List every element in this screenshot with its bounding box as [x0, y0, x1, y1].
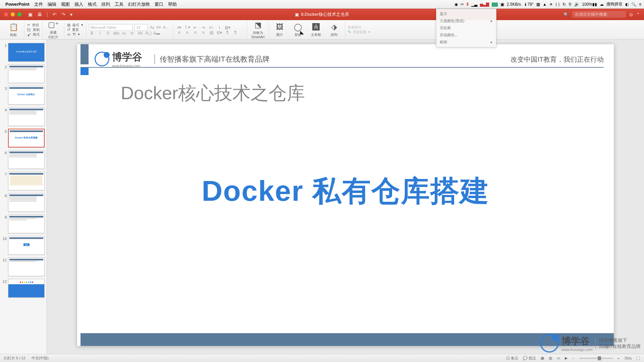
notes-button[interactable]: ▤ 备注: [506, 356, 518, 361]
font-combo[interactable]: Microsoft YaHei: [89, 24, 132, 31]
fp-weight[interactable]: 粗细▸: [436, 39, 496, 46]
maximize-button[interactable]: [17, 12, 21, 16]
menu-format[interactable]: 格式: [88, 1, 97, 7]
box-icon[interactable]: ▣: [500, 2, 504, 7]
format-painter-icon[interactable]: 🖌: [27, 33, 31, 37]
menu-help[interactable]: 帮助: [168, 1, 177, 7]
menu-tools[interactable]: 工具: [115, 1, 123, 7]
thumb-2[interactable]: [8, 64, 45, 83]
thumb-5[interactable]: Docker 私有仓库搭建: [8, 129, 45, 147]
align-justify-icon[interactable]: ≡: [200, 30, 206, 35]
indent-inc-icon[interactable]: ⇥: [200, 25, 206, 30]
redo-icon[interactable]: ↷: [61, 12, 65, 17]
undo-icon[interactable]: ↶: [53, 12, 57, 17]
obs-icon[interactable]: ◉: [454, 2, 458, 7]
shrink-font-icon[interactable]: A▾: [156, 25, 161, 29]
chart-icon[interactable]: ▁▃: [471, 2, 477, 7]
align-vert-icon[interactable]: ⊟▾: [216, 30, 222, 35]
slide-title[interactable]: Docker核心技术之仓库: [121, 81, 305, 106]
convert-smartart-button[interactable]: ⬔ 转换为 SmartArt: [250, 20, 266, 40]
minimize-button[interactable]: [11, 12, 15, 16]
layout-label[interactable]: 版式: [72, 23, 79, 27]
thumb-8[interactable]: [8, 193, 45, 212]
sync-icon[interactable]: ↻: [562, 2, 566, 7]
new-slide-button[interactable]: ▢⁺ 新建 幻灯片: [45, 19, 61, 40]
cloud-icon[interactable]: ☁: [600, 2, 604, 7]
align-left-icon[interactable]: ≡: [176, 30, 182, 35]
thumb-1[interactable]: Docker核心技术之仓库: [8, 43, 45, 62]
slide-counter[interactable]: 幻灯片 5 / 12: [4, 356, 25, 361]
pause-icon[interactable]: Ⅱ: [467, 2, 469, 7]
view-sorter-icon[interactable]: ▥: [549, 356, 552, 360]
distribute-icon[interactable]: ▤: [208, 30, 214, 35]
app-name[interactable]: PowerPoint: [5, 2, 30, 7]
subscript-icon[interactable]: x₂: [121, 31, 127, 36]
battery-icon[interactable]: 100% ▮▮: [582, 2, 597, 7]
strike-icon[interactable]: abc: [113, 31, 119, 36]
fp-more-colors[interactable]: 其他颜色...: [436, 32, 496, 39]
ltr-icon[interactable]: ¶: [232, 30, 238, 35]
clear-format-icon[interactable]: Aₓ: [163, 25, 167, 29]
siri-icon[interactable]: ◐: [625, 2, 629, 7]
font-color-icon[interactable]: A▬: [153, 31, 159, 36]
zoom-value[interactable]: 75%: [624, 356, 632, 360]
bold-icon[interactable]: B: [89, 31, 95, 36]
plane-icon[interactable]: ✈: [549, 2, 553, 7]
comments-button[interactable]: 💬 批注: [523, 356, 536, 361]
thumb-4[interactable]: [8, 107, 45, 126]
activity-icon[interactable]: ▅▃▇: [480, 2, 489, 7]
pen-icon[interactable]: ✎: [348, 30, 351, 34]
underline-icon[interactable]: U: [105, 31, 111, 36]
fp-no-outline[interactable]: 无轮廓: [436, 24, 496, 32]
spotlight-icon[interactable]: 🔍: [631, 2, 636, 7]
fit-icon[interactable]: ⛶: [636, 356, 640, 360]
scissors-icon[interactable]: ✂: [461, 2, 464, 7]
menu-insert[interactable]: 插入: [74, 1, 83, 7]
code-icon[interactable]: ⟨ ⟩: [555, 2, 560, 7]
copy-label[interactable]: 复制: [33, 27, 40, 32]
highlight-icon[interactable]: A▢: [145, 31, 151, 36]
fp-theme-colors[interactable]: 主题颜色(预览)▸: [436, 17, 496, 24]
quickstyle-label[interactable]: 快速样式: [348, 25, 361, 30]
paste-button[interactable]: 📋 粘贴: [5, 22, 21, 38]
slide-canvas[interactable]: 博学谷 www.boxuegu.com 传智播客旗下高端IT在线教育品牌 改变中…: [77, 44, 614, 346]
thumb-7[interactable]: [8, 172, 45, 190]
view-slideshow-icon[interactable]: ▶: [565, 356, 568, 360]
language-label[interactable]: 中文(中国): [32, 356, 49, 361]
thumb-6[interactable]: [8, 150, 45, 169]
shape-outline-label[interactable]: 形状轮廓: [353, 30, 366, 35]
thumb-12[interactable]: [8, 279, 45, 298]
thumb-10[interactable]: 按钮: [8, 236, 45, 255]
zoom-slider[interactable]: [579, 358, 613, 359]
view-reading-icon[interactable]: ▭: [557, 356, 560, 360]
thumb-11[interactable]: [8, 257, 45, 276]
thumb-9[interactable]: [8, 215, 45, 233]
reset-label[interactable]: 重置: [72, 27, 79, 32]
menu-window[interactable]: 窗口: [155, 1, 163, 7]
numbering-icon[interactable]: ⒈▾: [184, 24, 190, 30]
print-icon[interactable]: 🖶: [37, 12, 42, 17]
ime-label[interactable]: 搜狗拼音: [606, 1, 623, 7]
copy-icon[interactable]: ⿻: [27, 28, 31, 32]
superscript-icon[interactable]: x²: [129, 31, 135, 36]
view-normal-icon[interactable]: ▦: [541, 356, 544, 360]
slide-thumbnails[interactable]: 1Docker核心技术之仓库 2 3Docker 仓库简介 4 5Docker …: [0, 40, 47, 354]
thumb-3[interactable]: Docker 仓库简介: [8, 86, 45, 105]
picture-button[interactable]: 🖼图片: [272, 22, 288, 38]
grid-icon[interactable]: ▦: [536, 2, 540, 7]
menu-file[interactable]: 文件: [34, 1, 43, 7]
menu-view[interactable]: 视图: [61, 1, 70, 7]
menu-arrange[interactable]: 排列: [101, 1, 110, 7]
shape-fill-dropdown[interactable]: 显示 主题颜色(预览)▸ 无轮廓 其他颜色... 粗细▸: [436, 9, 496, 47]
format-painter-label[interactable]: 格式: [33, 32, 40, 37]
shield-icon[interactable]: ▲: [543, 2, 547, 7]
volume-icon[interactable]: 🔊: [574, 2, 579, 7]
slide-main-text[interactable]: Docker 私有仓库搭建: [77, 172, 614, 211]
text-direction-icon[interactable]: ⤵: [216, 25, 222, 30]
close-button[interactable]: [4, 12, 8, 16]
grow-font-icon[interactable]: A▴: [150, 25, 154, 29]
temp-icon[interactable]: 🌡79°: [524, 2, 534, 7]
shapes-button[interactable]: ◯形状: [290, 22, 306, 38]
ribbon-expand-icon[interactable]: ⌃: [636, 12, 640, 17]
zoom-out-icon[interactable]: −: [572, 356, 574, 360]
